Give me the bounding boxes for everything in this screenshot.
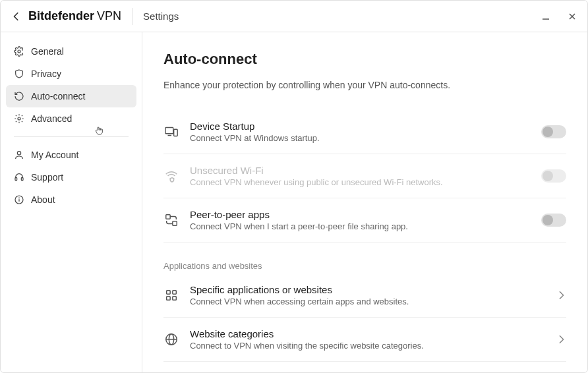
wifi-shield-icon (163, 168, 179, 184)
sidebar-item-label: Auto-connect (31, 91, 86, 101)
sidebar-item-privacy[interactable]: Privacy (6, 63, 136, 85)
page-title: Auto-connect (163, 51, 566, 68)
page-subtitle: Enhance your protection by controlling w… (163, 80, 566, 90)
sidebar-item-support[interactable]: Support (6, 166, 136, 188)
sidebar-separator (14, 136, 129, 137)
setting-title: Peer-to-peer apps (190, 209, 531, 220)
sidebar-item-label: About (31, 194, 55, 205)
p2p-icon (163, 212, 179, 228)
svg-rect-12 (166, 215, 170, 219)
svg-rect-4 (15, 178, 17, 181)
svg-rect-15 (173, 291, 177, 295)
titlebar: Bitdefender VPN Settings (1, 1, 587, 32)
svg-rect-10 (174, 129, 178, 136)
link-row-website-categories[interactable]: Website categories Connect to VPN when v… (163, 318, 566, 362)
shield-icon (14, 69, 24, 79)
sidebar-item-label: My Account (31, 150, 78, 160)
svg-rect-17 (173, 297, 177, 301)
svg-rect-13 (173, 221, 177, 225)
setting-row-unsecured-wifi: Unsecured Wi-Fi Connect VPN whenever usi… (163, 154, 566, 198)
devices-icon (163, 124, 179, 140)
link-desc: Connect VPN when accessing certain apps … (190, 297, 546, 306)
grid-icon (163, 287, 179, 303)
close-button[interactable] (566, 11, 578, 22)
setting-desc: Connect VPN whenever using public or uns… (190, 177, 531, 187)
setting-desc: Connect VPN at Windows startup. (190, 133, 531, 143)
chevron-right-icon (557, 335, 566, 344)
refresh-icon (14, 91, 24, 101)
sidebar-item-label: Advanced (31, 113, 72, 124)
svg-rect-5 (21, 178, 23, 181)
svg-rect-9 (165, 128, 173, 134)
setting-desc: Connect VPN when I start a peer-to-peer … (190, 221, 531, 231)
sliders-icon (14, 113, 24, 124)
sidebar-item-general[interactable]: General (6, 40, 136, 63)
link-title: Specific applications or websites (190, 284, 546, 295)
svg-point-2 (18, 117, 20, 120)
back-button[interactable] (10, 10, 23, 23)
window-controls (540, 11, 578, 22)
setting-row-device-startup: Device Startup Connect VPN at Windows st… (163, 110, 566, 154)
svg-point-8 (19, 198, 20, 198)
svg-rect-16 (167, 297, 170, 301)
minimize-button[interactable] (540, 11, 552, 22)
toggle-unsecured-wifi (541, 169, 566, 183)
brand-product: VPN (97, 9, 121, 23)
sidebar: General Privacy Auto-connect Advanced (1, 32, 142, 372)
toggle-device-startup[interactable] (541, 125, 566, 138)
setting-title: Unsecured Wi-Fi (190, 165, 531, 176)
globe-icon (163, 331, 179, 347)
link-row-specific-apps[interactable]: Specific applications or websites Connec… (163, 273, 566, 318)
svg-point-3 (17, 152, 20, 155)
svg-point-1 (18, 50, 20, 53)
sidebar-item-label: Support (31, 172, 63, 183)
sidebar-item-advanced[interactable]: Advanced (6, 107, 136, 130)
sidebar-item-auto-connect[interactable]: Auto-connect (6, 85, 136, 107)
setting-title: Device Startup (190, 121, 531, 132)
svg-rect-14 (167, 291, 170, 295)
group-label: Applications and websites (163, 261, 566, 271)
sidebar-item-about[interactable]: About (6, 188, 136, 211)
app-brand: Bitdefender VPN (28, 9, 121, 23)
titlebar-separator (132, 8, 132, 25)
setting-row-peer-to-peer: Peer-to-peer apps Connect VPN when I sta… (163, 198, 566, 243)
link-title: Website categories (190, 328, 546, 339)
sidebar-item-label: Privacy (31, 69, 61, 79)
gear-icon (14, 46, 24, 57)
main-panel: Auto-connect Enhance your protection by … (142, 32, 587, 372)
user-icon (14, 150, 24, 160)
sidebar-item-my-account[interactable]: My Account (6, 144, 136, 166)
headset-icon (14, 172, 24, 183)
brand-name: Bitdefender (28, 9, 94, 23)
info-icon (14, 194, 24, 205)
chevron-right-icon (557, 291, 566, 300)
toggle-peer-to-peer[interactable] (541, 214, 566, 227)
link-desc: Connect to VPN when visiting the specifi… (190, 341, 546, 351)
sidebar-item-label: General (31, 46, 64, 57)
titlebar-section: Settings (143, 11, 179, 22)
